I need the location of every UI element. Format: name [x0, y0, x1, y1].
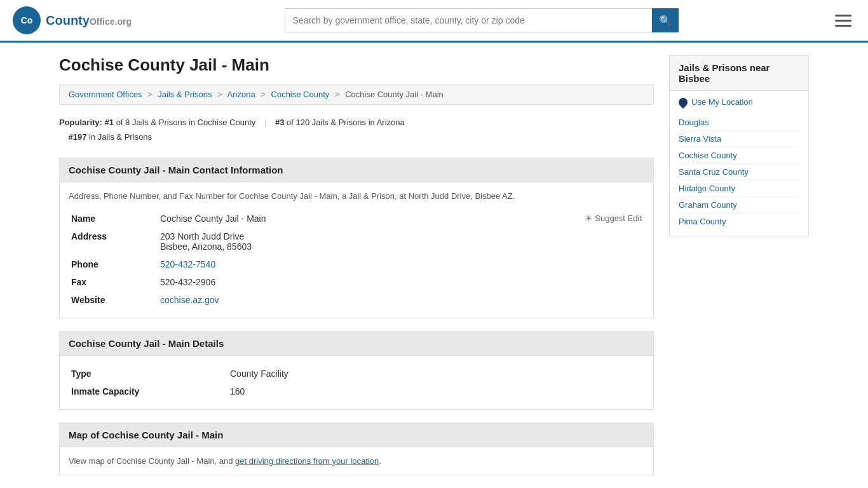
sidebar-link-sierra-vista[interactable]: Sierra Vista	[679, 131, 799, 147]
address-line1: 203 North Judd Drive	[160, 231, 642, 241]
rank2: #3	[275, 118, 284, 127]
rank1-label: of 8 Jails & Prisons in Cochise County	[116, 118, 256, 127]
rank3: #197	[68, 132, 86, 142]
name-value: Cochise County Jail - Main ✳Suggest Edit	[158, 210, 644, 227]
breadcrumb-link-cochise[interactable]: Cochise County	[271, 90, 330, 99]
breadcrumb-link-arizona[interactable]: Arizona	[227, 90, 255, 99]
popularity-label: Popularity:	[59, 118, 102, 127]
name-label: Name	[69, 210, 158, 227]
contact-section-header: Cochise County Jail - Main Contact Infor…	[59, 158, 654, 182]
sidebar: Jails & Prisons near Bisbee Use My Locat…	[669, 55, 809, 488]
website-link[interactable]: cochise.az.gov	[160, 295, 219, 305]
use-location-link[interactable]: Use My Location	[679, 97, 799, 107]
logo-office: Office.org	[90, 17, 132, 27]
details-section-header: Cochise County Jail - Main Details	[59, 331, 654, 356]
rank3-label: in Jails & Prisons	[89, 132, 152, 142]
map-desc-end: .	[379, 456, 381, 466]
breadcrumb-link-gov[interactable]: Government Offices	[69, 90, 142, 99]
logo-text: CountyOffice.org	[46, 13, 132, 28]
address-label: Address	[69, 227, 158, 255]
popularity-section: Popularity: #1 of 8 Jails & Prisons in C…	[59, 115, 654, 145]
search-icon: 🔍	[659, 15, 672, 27]
contact-description: Address, Phone Number, and Fax Number fo…	[69, 191, 644, 201]
use-location-label: Use My Location	[691, 97, 753, 107]
menu-line	[835, 15, 851, 17]
details-table: Type County Facility Inmate Capacity 160	[69, 365, 644, 400]
page-title: Cochise County Jail - Main	[59, 55, 654, 75]
breadcrumb-sep: >	[261, 90, 266, 99]
menu-line	[835, 25, 851, 27]
map-description: View map of Cochise County Jail - Main, …	[69, 456, 644, 466]
fax-label: Fax	[69, 273, 158, 291]
sidebar-link-douglas[interactable]: Douglas	[679, 114, 799, 131]
breadcrumb-link-jails[interactable]: Jails & Prisons	[158, 90, 212, 99]
details-capacity-row: Inmate Capacity 160	[69, 383, 644, 400]
sidebar-link-graham[interactable]: Graham County	[679, 197, 799, 214]
contact-website-row: Website cochise.az.gov	[69, 291, 644, 309]
details-type-row: Type County Facility	[69, 365, 644, 383]
logo-county: County	[46, 13, 90, 27]
breadcrumb-sep: >	[217, 90, 222, 99]
type-label: Type	[69, 365, 227, 383]
phone-link[interactable]: 520-432-7540	[160, 259, 215, 269]
contact-table: Name Cochise County Jail - Main ✳Suggest…	[69, 210, 644, 309]
sidebar-link-hidalgo[interactable]: Hidalgo County	[679, 180, 799, 197]
suggest-edit-icon: ✳	[585, 214, 592, 223]
breadcrumb-sep: >	[335, 90, 340, 99]
website-value: cochise.az.gov	[158, 291, 644, 309]
map-section-header: Map of Cochise County Jail - Main	[59, 423, 654, 447]
svg-text:Co: Co	[21, 15, 33, 25]
type-value: County Facility	[227, 365, 644, 383]
sidebar-title: Jails & Prisons near Bisbee	[669, 55, 809, 91]
map-desc-start: View map of Cochise County Jail - Main, …	[69, 456, 235, 466]
site-header: Co CountyOffice.org 🔍	[0, 0, 868, 43]
rank2-label: of 120 Jails & Prisons in Arizona	[287, 118, 405, 127]
map-box: View map of Cochise County Jail - Main, …	[59, 447, 654, 475]
breadcrumb-current: Cochise County Jail - Main	[345, 90, 444, 99]
menu-line	[835, 20, 851, 22]
logo-area: Co CountyOffice.org	[13, 6, 132, 34]
contact-name-row: Name Cochise County Jail - Main ✳Suggest…	[69, 210, 644, 227]
sidebar-link-santa-cruz[interactable]: Santa Cruz County	[679, 164, 799, 180]
content-area: Cochise County Jail - Main Government Of…	[59, 55, 654, 488]
sidebar-link-cochise-county[interactable]: Cochise County	[679, 147, 799, 164]
sidebar-link-pima[interactable]: Pima County	[679, 214, 799, 229]
rank1: #1	[105, 118, 114, 127]
location-pin-icon	[677, 96, 689, 109]
menu-button[interactable]	[831, 11, 855, 30]
logo-icon: Co	[13, 6, 41, 34]
details-box: Type County Facility Inmate Capacity 160	[59, 356, 654, 410]
contact-fax-row: Fax 520-432-2906	[69, 273, 644, 291]
address-line2: Bisbee, Arizona, 85603	[160, 241, 642, 252]
breadcrumb: Government Offices > Jails & Prisons > A…	[59, 84, 654, 105]
breadcrumb-sep: >	[147, 90, 153, 99]
address-value: 203 North Judd Drive Bisbee, Arizona, 85…	[158, 227, 644, 255]
phone-value: 520-432-7540	[158, 255, 644, 273]
sidebar-content: Use My Location Douglas Sierra Vista Coc…	[669, 91, 809, 236]
driving-directions-link[interactable]: get driving directions from your locatio…	[235, 456, 379, 466]
fax-value: 520-432-2906	[158, 273, 644, 291]
suggest-edit-link[interactable]: ✳Suggest Edit	[585, 214, 642, 223]
search-button[interactable]: 🔍	[652, 8, 679, 32]
pipe-divider: |	[264, 118, 266, 127]
website-label: Website	[69, 291, 158, 309]
contact-info-box: Address, Phone Number, and Fax Number fo…	[59, 182, 654, 318]
capacity-value: 160	[227, 383, 644, 400]
contact-phone-row: Phone 520-432-7540	[69, 255, 644, 273]
phone-label: Phone	[69, 255, 158, 273]
contact-address-row: Address 203 North Judd Drive Bisbee, Ari…	[69, 227, 644, 255]
search-area: 🔍	[285, 8, 679, 32]
capacity-label: Inmate Capacity	[69, 383, 227, 400]
search-input[interactable]	[285, 8, 652, 32]
main-container: Cochise County Jail - Main Government Of…	[46, 43, 822, 488]
